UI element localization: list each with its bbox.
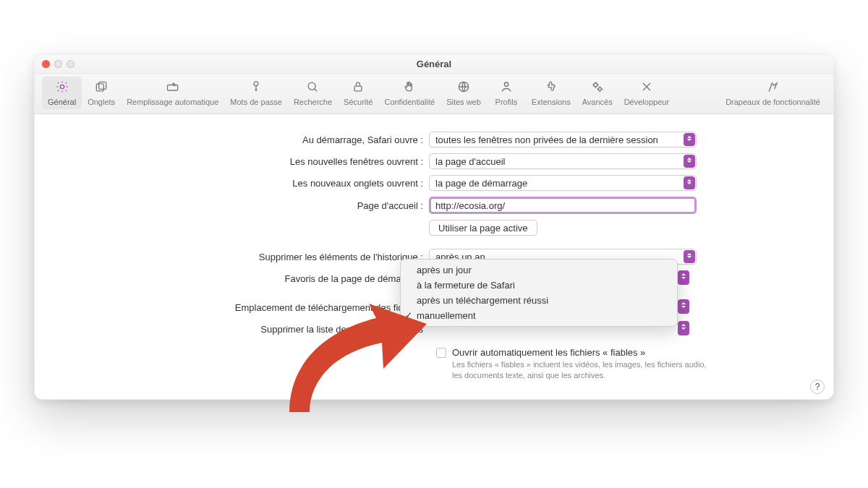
svg-rect-1 — [96, 84, 103, 91]
use-current-page-button[interactable]: Utiliser la page active — [429, 220, 537, 236]
tab-label: Drapeaux de fonctionnalité — [726, 98, 820, 106]
tab-extensions[interactable]: Extensions — [526, 77, 576, 109]
option-label: après un jour — [417, 265, 472, 275]
pencil-box-icon — [165, 80, 181, 95]
dropdown-option[interactable]: après un jour — [401, 262, 677, 278]
homepage-label: Page d'accueil : — [64, 200, 429, 211]
tab-label: Sites web — [446, 98, 481, 106]
tabs-icon — [93, 80, 109, 95]
help-label: ? — [815, 382, 820, 392]
tab-websites[interactable]: Sites web — [441, 77, 487, 109]
close-window-button[interactable] — [42, 60, 50, 68]
tab-developer[interactable]: Développeur — [618, 77, 675, 109]
chevron-updown-icon — [678, 270, 689, 285]
hand-icon — [401, 80, 417, 95]
tab-label: Général — [48, 98, 76, 106]
select-value: toutes les fenêtres non privées de la de… — [435, 134, 658, 145]
chevron-updown-icon — [684, 155, 695, 168]
tab-security[interactable]: Sécurité — [338, 77, 378, 109]
option-label: après un téléchargement réussi — [417, 295, 548, 306]
person-icon — [498, 80, 514, 95]
tools-icon — [639, 80, 655, 95]
window-title: Général — [417, 59, 451, 69]
dropdown-option-selected[interactable]: ✓ manuellement — [401, 308, 677, 323]
tab-general[interactable]: Général — [42, 77, 82, 109]
help-button[interactable]: ? — [810, 380, 825, 394]
new-tabs-label: Les nouveaux onglets ouvrent : — [64, 178, 429, 189]
download-clear-dropdown: après un jour à la fermeture de Safari a… — [400, 259, 678, 327]
tab-advanced[interactable]: Avancés — [576, 77, 618, 109]
tab-label: Avancés — [582, 98, 613, 106]
checkmark-icon: ✓ — [405, 310, 412, 320]
chevron-updown-icon — [684, 133, 695, 146]
tab-label: Développeur — [624, 98, 669, 106]
button-label: Utiliser la page active — [438, 223, 528, 234]
svg-rect-2 — [99, 82, 106, 89]
tab-profiles[interactable]: Profils — [487, 77, 526, 109]
tab-label: Recherche — [294, 98, 332, 106]
gears-icon — [590, 80, 605, 95]
select-value: la page de démarrage — [435, 178, 527, 189]
globe-icon — [456, 80, 472, 95]
homepage-input[interactable] — [429, 197, 697, 214]
select-value: la page d'accueil — [435, 156, 505, 167]
search-icon — [305, 80, 320, 95]
tab-label: Remplissage automatique — [127, 98, 218, 106]
open-safe-files-label: Ouvrir automatiquement les fichiers « fi… — [452, 347, 645, 358]
tab-label: Onglets — [88, 98, 115, 106]
startup-select[interactable]: toutes les fenêtres non privées de la de… — [429, 132, 697, 147]
flags-icon — [765, 80, 781, 95]
option-label: manuellement — [417, 310, 476, 321]
chevron-updown-icon — [678, 299, 689, 314]
svg-rect-6 — [354, 86, 362, 91]
tab-tabs[interactable]: Onglets — [82, 77, 121, 109]
startup-label: Au démarrage, Safari ouvre : — [64, 134, 429, 145]
dropdown-option[interactable]: à la fermeture de Safari — [401, 278, 677, 293]
new-windows-label: Les nouvelles fenêtres ouvrent : — [64, 156, 429, 167]
option-label: à la fermeture de Safari — [417, 280, 515, 291]
svg-point-5 — [309, 82, 316, 90]
preferences-window: Général Général Onglets Remplissage auto… — [34, 54, 834, 400]
minimize-window-button[interactable] — [54, 60, 62, 68]
chevron-updown-icon — [684, 176, 695, 189]
zoom-window-button[interactable] — [67, 60, 75, 68]
open-safe-files-hint: Les fichiers « fiables » incluent les vi… — [452, 359, 712, 381]
download-clear-label: Supprimer la liste des téléchargements — [64, 324, 429, 335]
svg-rect-3 — [167, 85, 177, 91]
tab-label: Extensions — [532, 98, 571, 106]
tab-feature-flags[interactable]: Drapeaux de fonctionnalité — [720, 77, 826, 109]
svg-point-9 — [594, 83, 597, 87]
open-safe-files-checkbox[interactable] — [436, 348, 446, 358]
content-area: Au démarrage, Safari ouvre : toutes les … — [35, 114, 833, 403]
tab-label: Sécurité — [344, 98, 373, 106]
titlebar: Général — [35, 55, 833, 74]
dropdown-option[interactable]: après un téléchargement réussi — [401, 293, 677, 308]
key-icon — [248, 80, 264, 95]
tab-label: Profils — [495, 98, 518, 106]
tab-autofill[interactable]: Remplissage automatique — [121, 77, 224, 109]
new-windows-select[interactable]: la page d'accueil — [429, 153, 697, 169]
svg-point-8 — [504, 82, 508, 86]
chevron-updown-icon — [678, 321, 689, 335]
chevron-updown-icon — [684, 250, 695, 263]
tab-label: Mots de passe — [230, 98, 282, 106]
new-tabs-select[interactable]: la page de démarrage — [429, 175, 697, 191]
preferences-toolbar: Général Onglets Remplissage automatique … — [35, 74, 833, 114]
tab-label: Confidentialité — [384, 98, 435, 106]
download-location-label: Emplacement de téléchargement des fichie… — [64, 302, 429, 313]
lock-icon — [350, 80, 366, 95]
svg-point-10 — [598, 87, 601, 90]
tab-search[interactable]: Recherche — [288, 77, 338, 109]
svg-point-0 — [60, 85, 64, 88]
history-clear-label: Supprimer les éléments de l'historique : — [64, 252, 429, 262]
gear-icon — [54, 80, 70, 95]
tab-passwords[interactable]: Mots de passe — [224, 77, 288, 109]
favorites-label: Favoris de la page de démarrage — [64, 273, 429, 284]
puzzle-icon — [543, 80, 559, 95]
svg-point-4 — [254, 82, 258, 86]
tab-privacy[interactable]: Confidentialité — [378, 77, 441, 109]
